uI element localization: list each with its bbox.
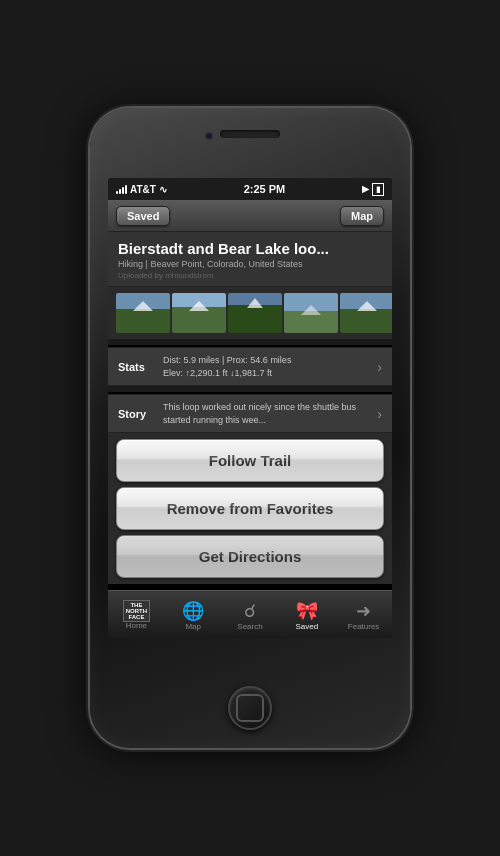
home-button[interactable] — [228, 686, 272, 730]
tab-map-label: Map — [185, 622, 201, 631]
stats-line2: Elev: ↑2,290.1 ft ↓1,981.7 ft — [163, 367, 371, 380]
trail-category: Hiking — [118, 259, 143, 269]
map-nav-button[interactable]: Map — [340, 206, 384, 226]
stats-row[interactable]: Stats Dist: 5.9 miles | Prox: 54.6 miles… — [108, 347, 392, 386]
story-label: Story — [118, 408, 163, 420]
trail-category-location: Hiking | Beaver Point, Colorado, United … — [118, 259, 382, 269]
screen: AT&T ∿ 2:25 PM ▶ ▮ Saved Map Bierstadt a… — [108, 178, 392, 638]
tab-bar: THENORTHFACE Home 🌐 Map ☌ Search 🎀 Saved… — [108, 590, 392, 638]
tab-search[interactable]: ☌ Search — [222, 599, 279, 631]
tab-features-label: Features — [348, 622, 380, 631]
stats-chevron-icon: › — [377, 359, 382, 375]
phone-frame: AT&T ∿ 2:25 PM ▶ ▮ Saved Map Bierstadt a… — [90, 108, 410, 748]
status-left: AT&T ∿ — [116, 184, 167, 195]
story-chevron-icon: › — [377, 406, 382, 422]
trail-header: Bierstadt and Bear Lake loo... Hiking | … — [108, 232, 392, 287]
clock: 2:25 PM — [244, 183, 286, 195]
location-icon: ▶ — [362, 184, 369, 194]
signal-bars-icon — [116, 184, 127, 194]
trail-uploader: Uploaded by mhsundstrom — [118, 271, 382, 280]
photo-thumb-2[interactable] — [172, 293, 226, 333]
get-directions-button[interactable]: Get Directions — [116, 535, 384, 578]
photo-strip — [108, 287, 392, 339]
photo-thumb-3[interactable] — [228, 293, 282, 333]
status-right: ▶ ▮ — [362, 183, 384, 196]
saved-nav-button[interactable]: Saved — [116, 206, 170, 226]
tab-features[interactable]: ➜ Features — [335, 599, 392, 631]
separator-2 — [108, 386, 392, 392]
tab-saved[interactable]: 🎀 Saved — [278, 599, 335, 631]
nav-bar: Saved Map — [108, 200, 392, 232]
stats-text: Dist: 5.9 miles | Prox: 54.6 miles Elev:… — [163, 354, 371, 379]
status-bar: AT&T ∿ 2:25 PM ▶ ▮ — [108, 178, 392, 200]
tab-home[interactable]: THENORTHFACE Home — [108, 600, 165, 630]
speaker — [220, 130, 280, 138]
photo-thumb-5[interactable] — [340, 293, 392, 333]
tab-saved-label: Saved — [295, 622, 318, 631]
carrier-label: AT&T — [130, 184, 156, 195]
tab-home-label: Home — [126, 621, 147, 630]
photo-thumb-1[interactable] — [116, 293, 170, 333]
follow-trail-button[interactable]: Follow Trail — [116, 439, 384, 482]
photo-thumb-4[interactable] — [284, 293, 338, 333]
search-icon: ☌ — [244, 602, 256, 620]
trail-title: Bierstadt and Bear Lake loo... — [118, 240, 382, 257]
tab-search-label: Search — [237, 622, 262, 631]
saved-icon: 🎀 — [296, 602, 318, 620]
trail-location: Beaver Point, Colorado, United States — [150, 259, 302, 269]
wifi-icon: ∿ — [159, 184, 167, 195]
story-row[interactable]: Story This loop worked out nicely since … — [108, 394, 392, 433]
map-icon: 🌐 — [182, 602, 204, 620]
story-text: This loop worked out nicely since the sh… — [163, 401, 371, 426]
remove-favorites-button[interactable]: Remove from Favorites — [116, 487, 384, 530]
separator-1 — [108, 339, 392, 345]
home-icon: THENORTHFACE — [125, 603, 147, 619]
stats-label: Stats — [118, 361, 163, 373]
action-section: Follow Trail Remove from Favorites Get D… — [108, 433, 392, 584]
features-icon: ➜ — [356, 602, 371, 620]
camera — [205, 132, 213, 140]
stats-line1: Dist: 5.9 miles | Prox: 54.6 miles — [163, 354, 371, 367]
battery-icon: ▮ — [372, 183, 384, 196]
tab-map[interactable]: 🌐 Map — [165, 599, 222, 631]
home-button-inner — [236, 694, 264, 722]
